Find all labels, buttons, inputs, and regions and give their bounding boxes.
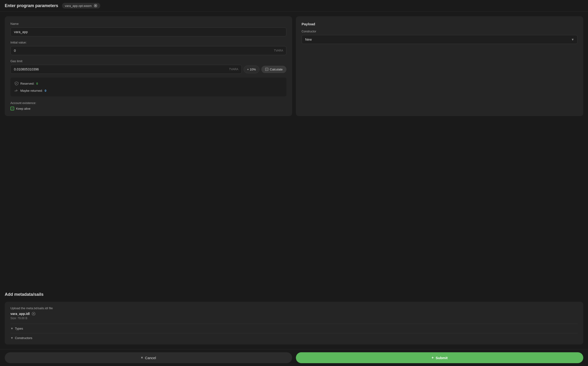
constructor-select-wrap: New Init Default ▼ xyxy=(302,35,578,44)
gas-limit-label: Gas limit xyxy=(10,59,286,63)
types-header[interactable]: ▼ Types xyxy=(10,327,578,330)
gas-limit-input[interactable] xyxy=(10,65,242,74)
account-existence-label: Account existence: xyxy=(10,101,286,105)
cancel-icon: × xyxy=(141,356,143,360)
types-section: ▼ Types xyxy=(10,324,578,330)
constructors-section: ▼ Constructors xyxy=(10,333,578,340)
cancel-label: Cancel xyxy=(145,356,156,360)
page-title: Enter program parameters xyxy=(5,3,58,8)
initial-value-label: Initial value: xyxy=(10,41,286,44)
file-name-row: vara_app.idl xyxy=(10,312,578,316)
account-existence-section: Account existence: ✓ Keep alive xyxy=(10,101,286,110)
keep-alive-checkbox[interactable]: ✓ xyxy=(10,107,14,110)
constructor-select[interactable]: New Init Default xyxy=(302,35,578,44)
chevron-left-icon: ▼ xyxy=(10,327,14,330)
maybe-returned-row: Maybe returned: 0 xyxy=(14,88,283,93)
file-remove-button[interactable] xyxy=(32,312,36,316)
submit-icon: + xyxy=(431,356,433,360)
types-label: Types xyxy=(15,327,23,330)
gas-limit-row: TVARA + 10% Calculate xyxy=(10,65,286,74)
main-content: Name Initial value: TVARA Gas limit TVAR… xyxy=(0,12,588,287)
reserved-value: 0 xyxy=(36,82,38,85)
close-circle-icon xyxy=(32,312,36,316)
calculate-label: Calculate xyxy=(270,68,283,71)
close-icon xyxy=(94,5,97,7)
name-label: Name xyxy=(10,22,286,25)
submit-label: Submit xyxy=(436,356,448,360)
maybe-returned-value: 0 xyxy=(45,89,46,92)
constructors-label: Constructors xyxy=(15,336,32,340)
upload-label: Upload the meta.txt/sails.idl file xyxy=(10,306,578,310)
file-size: Size: 79.00 B xyxy=(10,317,578,320)
initial-value-field: Initial value: TVARA xyxy=(10,41,286,55)
name-input[interactable] xyxy=(10,27,286,36)
left-panel: Name Initial value: TVARA Gas limit TVAR… xyxy=(5,16,292,116)
initial-value-input[interactable] xyxy=(10,46,286,55)
keep-alive-label: Keep alive xyxy=(16,107,31,110)
cancel-button[interactable]: × Cancel xyxy=(5,352,292,363)
gas-limit-input-wrap: TVARA xyxy=(10,65,242,74)
reserved-row: Reserved: 0 xyxy=(14,81,283,86)
upload-area: Upload the meta.txt/sails.idl file vara_… xyxy=(5,302,583,344)
right-panel: Payload Constructor New Init Default ▼ xyxy=(296,16,583,116)
form-row: Name Initial value: TVARA Gas limit TVAR… xyxy=(5,16,583,116)
bottom-bar: × Cancel + Submit xyxy=(0,349,588,366)
constructors-header[interactable]: ▼ Constructors xyxy=(10,336,578,340)
percent-button[interactable]: + 10% xyxy=(244,66,259,73)
payload-label: Payload xyxy=(302,22,578,26)
name-field: Name xyxy=(10,22,286,36)
metadata-title: Add metadata/sails xyxy=(5,292,583,297)
submit-button[interactable]: + Submit xyxy=(296,352,583,363)
checkmark-icon: ✓ xyxy=(11,107,13,110)
page-header: Enter program parameters vara_app.opt.wa… xyxy=(0,0,588,12)
file-tab-close-button[interactable] xyxy=(94,4,97,8)
reserved-box: Reserved: 0 Maybe returned: 0 xyxy=(10,77,286,97)
initial-value-input-wrap: TVARA xyxy=(10,46,286,55)
keep-alive-row[interactable]: ✓ Keep alive xyxy=(10,107,286,110)
svg-rect-2 xyxy=(265,68,268,71)
calculator-icon xyxy=(265,68,269,71)
metadata-section: Add metadata/sails Upload the meta.txt/s… xyxy=(0,287,588,349)
maybe-returned-label: Maybe returned: xyxy=(20,89,43,92)
reserved-label: Reserved: xyxy=(20,82,34,85)
file-name: vara_app.idl xyxy=(10,312,30,316)
file-tab-name: vara_app.opt.wasm xyxy=(65,4,92,8)
return-icon xyxy=(14,88,18,93)
constructors-chevron-icon: ▼ xyxy=(10,336,14,340)
calculate-button[interactable]: Calculate xyxy=(261,66,286,73)
gas-limit-field: Gas limit TVARA + 10% xyxy=(10,59,286,74)
shield-icon xyxy=(14,81,18,86)
file-tab: vara_app.opt.wasm xyxy=(62,3,100,8)
constructor-label: Constructor xyxy=(302,30,578,33)
